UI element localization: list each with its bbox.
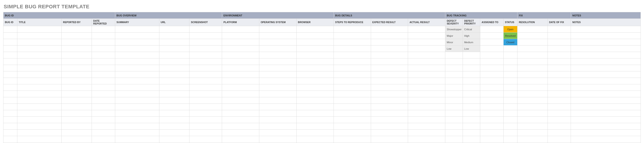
table-cell[interactable] (571, 33, 641, 39)
table-cell[interactable] (92, 45, 115, 52)
table-cell[interactable] (371, 117, 408, 123)
table-cell[interactable] (408, 136, 445, 143)
table-cell[interactable] (296, 58, 334, 65)
table-cell[interactable] (62, 97, 92, 104)
table-cell[interactable] (17, 33, 62, 39)
table-cell[interactable] (371, 97, 408, 104)
table-cell[interactable] (62, 71, 92, 78)
table-cell[interactable] (571, 71, 641, 78)
table-cell[interactable]: Low (463, 45, 480, 52)
table-cell[interactable] (159, 58, 190, 65)
table-cell[interactable] (503, 123, 517, 130)
table-cell[interactable] (17, 91, 62, 97)
table-cell[interactable] (517, 91, 548, 97)
table-cell[interactable] (371, 58, 408, 65)
table-cell[interactable] (371, 123, 408, 130)
table-cell[interactable] (17, 123, 62, 130)
table-cell[interactable] (571, 91, 641, 97)
table-cell[interactable] (548, 123, 571, 130)
table-cell[interactable] (408, 84, 445, 91)
table-cell[interactable] (296, 123, 334, 130)
table-cell[interactable] (159, 97, 190, 104)
table-cell[interactable] (62, 117, 92, 123)
table-cell[interactable] (334, 110, 371, 117)
table-cell[interactable] (548, 39, 571, 45)
table-cell[interactable] (190, 97, 222, 104)
table-cell[interactable] (190, 78, 222, 84)
table-cell[interactable] (190, 65, 222, 71)
table-cell[interactable] (62, 84, 92, 91)
table-cell[interactable] (222, 130, 259, 136)
table-cell[interactable] (517, 65, 548, 71)
table-cell[interactable] (445, 110, 463, 117)
table-cell[interactable] (92, 123, 115, 130)
table-cell[interactable] (517, 26, 548, 33)
table-cell[interactable] (115, 52, 159, 58)
table-cell[interactable] (159, 71, 190, 78)
table-cell[interactable] (571, 97, 641, 104)
table-cell[interactable] (222, 97, 259, 104)
table-cell[interactable] (115, 26, 159, 33)
table-cell[interactable] (371, 71, 408, 78)
table-cell[interactable] (17, 45, 62, 52)
table-cell[interactable] (17, 110, 62, 117)
table-cell[interactable] (4, 130, 17, 136)
table-cell[interactable] (296, 45, 334, 52)
table-cell[interactable] (548, 136, 571, 143)
table-cell[interactable] (190, 71, 222, 78)
table-cell[interactable] (571, 52, 641, 58)
table-cell[interactable] (371, 84, 408, 91)
table-cell[interactable] (334, 39, 371, 45)
table-cell[interactable] (571, 130, 641, 136)
table-cell[interactable] (4, 97, 17, 104)
table-cell[interactable] (548, 58, 571, 65)
table-cell[interactable] (463, 130, 480, 136)
table-cell[interactable] (571, 136, 641, 143)
table-cell[interactable] (503, 91, 517, 97)
table-cell[interactable] (334, 45, 371, 52)
table-cell[interactable] (408, 26, 445, 33)
table-cell[interactable] (334, 71, 371, 78)
table-cell[interactable] (408, 71, 445, 78)
table-cell[interactable] (92, 84, 115, 91)
table-cell[interactable] (92, 110, 115, 117)
table-cell[interactable] (517, 104, 548, 110)
table-cell[interactable] (571, 104, 641, 110)
table-cell[interactable] (159, 39, 190, 45)
table-cell[interactable] (334, 26, 371, 33)
table-cell[interactable] (92, 136, 115, 143)
table-cell[interactable] (517, 52, 548, 58)
table-cell[interactable] (371, 65, 408, 71)
table-cell[interactable] (548, 71, 571, 78)
table-cell[interactable] (445, 130, 463, 136)
table-cell[interactable] (480, 71, 504, 78)
table-cell[interactable] (503, 45, 517, 52)
table-cell[interactable] (503, 110, 517, 117)
table-cell[interactable] (571, 123, 641, 130)
table-cell[interactable] (571, 65, 641, 71)
table-cell[interactable] (445, 65, 463, 71)
table-cell[interactable] (517, 97, 548, 104)
table-cell[interactable] (190, 52, 222, 58)
table-cell[interactable] (371, 33, 408, 39)
table-cell[interactable] (408, 123, 445, 130)
table-cell[interactable] (517, 39, 548, 45)
table-cell[interactable] (517, 45, 548, 52)
table-cell[interactable] (463, 78, 480, 84)
table-cell[interactable] (371, 78, 408, 84)
table-cell[interactable] (92, 78, 115, 84)
table-cell[interactable] (259, 33, 296, 39)
table-cell[interactable] (92, 33, 115, 39)
table-cell[interactable] (480, 97, 504, 104)
table-cell[interactable] (517, 33, 548, 39)
table-cell[interactable] (445, 104, 463, 110)
table-cell[interactable] (115, 71, 159, 78)
table-cell[interactable] (17, 39, 62, 45)
table-cell[interactable] (371, 104, 408, 110)
table-cell[interactable] (159, 26, 190, 33)
table-cell[interactable] (445, 117, 463, 123)
table-cell[interactable] (190, 84, 222, 91)
table-cell[interactable] (517, 136, 548, 143)
table-cell[interactable]: Open (503, 26, 517, 33)
table-cell[interactable] (259, 104, 296, 110)
